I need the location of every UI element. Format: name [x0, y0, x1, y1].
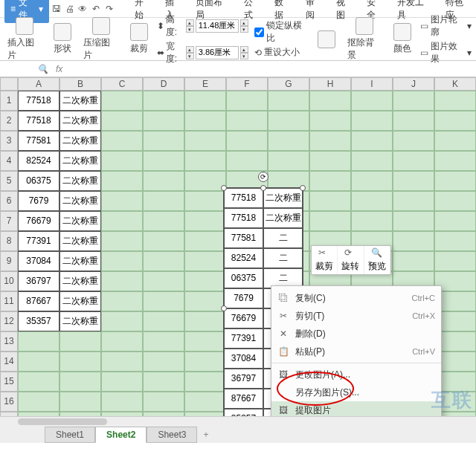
redo-icon[interactable]: ↷ — [103, 3, 115, 15]
cell-B8[interactable]: 二次称重 — [60, 231, 101, 251]
cell-D13[interactable] — [143, 331, 184, 352]
row-header-1[interactable]: 1 — [0, 91, 18, 111]
cell-D6[interactable] — [143, 191, 184, 211]
cell-C4[interactable] — [101, 151, 143, 171]
cell-D3[interactable] — [143, 131, 184, 151]
cell-D15[interactable] — [143, 372, 184, 392]
ctx-更改图片(A)...[interactable]: 🖼更改图片(A)... — [271, 366, 441, 383]
cell-C6[interactable] — [101, 191, 143, 211]
cell-A7[interactable]: 76679 — [18, 211, 60, 231]
cell-E16[interactable] — [184, 392, 226, 412]
cell-J1[interactable] — [393, 91, 434, 111]
cell-E4[interactable] — [184, 151, 226, 171]
row-header-11[interactable]: 11 — [0, 291, 18, 311]
row-header-6[interactable]: 6 — [0, 191, 18, 211]
cell-B11[interactable]: 二次称重 — [60, 291, 101, 311]
row-header-15[interactable]: 15 — [0, 372, 18, 392]
width-input[interactable] — [196, 46, 239, 59]
cell-G4[interactable] — [268, 151, 309, 171]
cell-I7[interactable] — [351, 211, 393, 231]
cell-H2[interactable] — [309, 111, 351, 131]
cell-C13[interactable] — [101, 331, 143, 352]
cell-E5[interactable] — [184, 171, 226, 191]
cell-K3[interactable] — [434, 131, 476, 151]
cell-A11[interactable]: 87667 — [18, 291, 60, 311]
ctx-另存为图片(S)...[interactable]: 另存为图片(S)... — [271, 383, 441, 401]
horizontal-scrollbar[interactable] — [0, 416, 476, 427]
cell-C11[interactable] — [101, 291, 143, 311]
cell-K4[interactable] — [434, 151, 476, 171]
cell-B5[interactable]: 二次称重 — [60, 171, 101, 191]
cell-E11[interactable] — [184, 291, 226, 311]
col-header-K[interactable]: K — [434, 77, 476, 91]
cell-H5[interactable] — [309, 171, 351, 191]
cell-I3[interactable] — [351, 131, 393, 151]
effect-button[interactable]: ▭ 图片效果 ▾ — [420, 40, 472, 65]
cell-H7[interactable] — [309, 211, 351, 231]
undo-icon[interactable]: ↶ — [90, 3, 102, 15]
tab-sheet3[interactable]: Sheet3 — [147, 427, 197, 443]
row-header-4[interactable]: 4 — [0, 151, 18, 171]
cell-C15[interactable] — [101, 372, 143, 392]
cell-B7[interactable]: 二次称重 — [60, 211, 101, 231]
cell-H6[interactable] — [309, 191, 351, 211]
rotate-button[interactable] — [315, 30, 338, 48]
row-header-14[interactable]: 14 — [0, 352, 18, 372]
rotate-handle[interactable]: ⟳ — [258, 172, 268, 182]
cell-D9[interactable] — [143, 251, 184, 271]
row-header-9[interactable]: 9 — [0, 251, 18, 271]
add-sheet-button[interactable]: + — [197, 427, 214, 442]
cell-F1[interactable] — [226, 91, 268, 111]
cell-C9[interactable] — [101, 251, 143, 271]
cell-H1[interactable] — [309, 91, 351, 111]
cell-D2[interactable] — [143, 111, 184, 131]
cell-E2[interactable] — [184, 111, 226, 131]
cell-C14[interactable] — [101, 352, 143, 372]
cell-K5[interactable] — [434, 171, 476, 191]
cell-A1[interactable]: 77518 — [18, 91, 60, 111]
cell-C10[interactable] — [101, 271, 143, 291]
ctx-复制(C)[interactable]: ⿻复制(C)Ctrl+C — [271, 289, 441, 307]
cell-A6[interactable]: 7679 — [18, 191, 60, 211]
ctx-剪切(T)[interactable]: ✂剪切(T)Ctrl+X — [271, 307, 441, 325]
cell-B6[interactable]: 二次称重 — [60, 191, 101, 211]
mini-preview-button[interactable]: 🔍预览 — [364, 246, 390, 274]
cell-F4[interactable] — [226, 151, 268, 171]
cell-J5[interactable] — [393, 171, 434, 191]
cell-E8[interactable] — [184, 231, 226, 251]
cell-C2[interactable] — [101, 111, 143, 131]
col-header-C[interactable]: C — [101, 77, 143, 91]
cell-E13[interactable] — [184, 331, 226, 352]
cell-H4[interactable] — [309, 151, 351, 171]
cell-G2[interactable] — [268, 111, 309, 131]
cell-B12[interactable]: 二次称重 — [60, 311, 101, 331]
cell-E15[interactable] — [184, 372, 226, 392]
cell-D1[interactable] — [143, 91, 184, 111]
cell-K6[interactable] — [434, 191, 476, 211]
col-header-I[interactable]: I — [351, 77, 393, 91]
cell-H3[interactable] — [309, 131, 351, 151]
col-header-A[interactable]: A — [18, 77, 60, 91]
resize-handle-ne[interactable] — [300, 185, 306, 191]
cell-J4[interactable] — [393, 151, 434, 171]
cell-G1[interactable] — [268, 91, 309, 111]
cell-J9[interactable] — [393, 251, 434, 271]
cell-C8[interactable] — [101, 231, 143, 251]
cell-K9[interactable] — [434, 251, 476, 271]
row-header-8[interactable]: 8 — [0, 231, 18, 251]
cell-E7[interactable] — [184, 211, 226, 231]
cell-D5[interactable] — [143, 171, 184, 191]
cell-E1[interactable] — [184, 91, 226, 111]
cell-D14[interactable] — [143, 352, 184, 372]
cell-I5[interactable] — [351, 171, 393, 191]
row-header-2[interactable]: 2 — [0, 111, 18, 131]
compress-button[interactable]: 压缩图片 — [80, 17, 120, 62]
cell-A15[interactable] — [18, 372, 60, 392]
cell-J7[interactable] — [393, 211, 434, 231]
cell-B1[interactable]: 二次称重 — [60, 91, 101, 111]
cell-A2[interactable]: 77518 — [18, 111, 60, 131]
insert-picture-button[interactable]: 插入图片 — [4, 17, 45, 62]
cell-A14[interactable] — [18, 352, 60, 372]
cell-E14[interactable] — [184, 352, 226, 372]
cell-C1[interactable] — [101, 91, 143, 111]
